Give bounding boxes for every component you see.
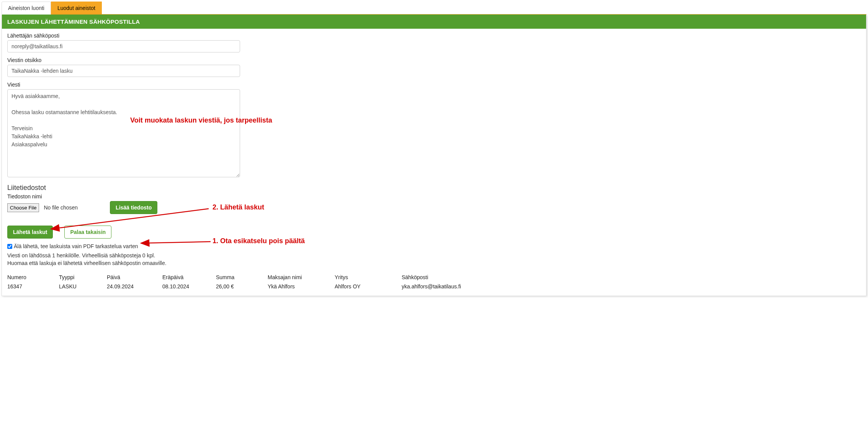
message-label: Viesti bbox=[7, 82, 861, 88]
back-button[interactable]: Palaa takaisin bbox=[64, 226, 111, 239]
form-section: Lähettäjän sähköposti Viestin otsikko Vi… bbox=[2, 29, 866, 267]
td-sahkoposti: yka.ahlfors@taikatilaus.fi bbox=[402, 283, 861, 290]
subject-input[interactable] bbox=[7, 65, 240, 77]
main-panel: LASKUJEN LÄHETTÄMINEN SÄHKÖPOSTILLA Lähe… bbox=[2, 15, 866, 296]
th-numero: Numero bbox=[7, 274, 59, 280]
subject-label: Viestin otsikko bbox=[7, 57, 861, 63]
td-maksaja: Ykä Ahlfors bbox=[268, 283, 335, 290]
th-paiva: Päivä bbox=[107, 274, 162, 280]
th-summa: Summa bbox=[216, 274, 268, 280]
table-header-row: Numero Tyyppi Päivä Eräpäivä Summa Maksa… bbox=[7, 273, 861, 282]
no-file-text: No file chosen bbox=[44, 204, 78, 211]
preview-only-label: Älä lähetä, tee laskuista vain PDF tarka… bbox=[14, 243, 138, 249]
info-line-1: Viesti on lähdössä 1 henkilölle. Virheel… bbox=[7, 252, 861, 259]
preview-checkbox-row: Älä lähetä, tee laskuista vain PDF tarka… bbox=[7, 243, 861, 249]
table-row: 16347 LASKU 24.09.2024 08.10.2024 26,00 … bbox=[7, 282, 861, 291]
panel-title: LASKUJEN LÄHETTÄMINEN SÄHKÖPOSTILLA bbox=[2, 15, 866, 29]
tab-create-material[interactable]: Aineiston luonti bbox=[2, 2, 51, 15]
info-text: Viesti on lähdössä 1 henkilölle. Virheel… bbox=[7, 252, 861, 267]
td-numero: 16347 bbox=[7, 283, 59, 290]
th-erapaiva: Eräpäivä bbox=[162, 274, 216, 280]
invoice-table: Numero Tyyppi Päivä Eräpäivä Summa Maksa… bbox=[2, 273, 866, 291]
file-row: Choose File No file chosen Lisää tiedost… bbox=[7, 201, 861, 214]
message-textarea[interactable] bbox=[7, 89, 240, 177]
td-yritys: Ahlfors OY bbox=[335, 283, 402, 290]
td-erapaiva: 08.10.2024 bbox=[162, 283, 216, 290]
tab-created-materials[interactable]: Luodut aineistot bbox=[51, 2, 102, 14]
preview-only-checkbox[interactable] bbox=[7, 244, 12, 249]
action-button-row: Lähetä laskut Palaa takaisin bbox=[7, 226, 861, 239]
td-paiva: 24.09.2024 bbox=[107, 283, 162, 290]
info-line-2: Huomaa että laskuja ei lähetetä virheell… bbox=[7, 259, 861, 267]
th-maksaja: Maksajan nimi bbox=[268, 274, 335, 280]
attachments-heading: Liitetiedostot bbox=[7, 184, 861, 192]
td-summa: 26,00 € bbox=[216, 283, 268, 290]
sender-email-input[interactable] bbox=[7, 40, 240, 52]
add-file-button[interactable]: Lisää tiedosto bbox=[110, 201, 157, 214]
th-sahkoposti: Sähköposti bbox=[402, 274, 861, 280]
td-tyyppi: LASKU bbox=[59, 283, 107, 290]
sender-email-label: Lähettäjän sähköposti bbox=[7, 33, 861, 39]
choose-file-button[interactable]: Choose File bbox=[7, 203, 39, 212]
filename-label: Tiedoston nimi bbox=[7, 193, 861, 200]
tabs: Aineiston luonti Luodut aineistot bbox=[2, 2, 866, 15]
send-invoices-button[interactable]: Lähetä laskut bbox=[7, 226, 53, 239]
th-tyyppi: Tyyppi bbox=[59, 274, 107, 280]
th-yritys: Yritys bbox=[335, 274, 402, 280]
